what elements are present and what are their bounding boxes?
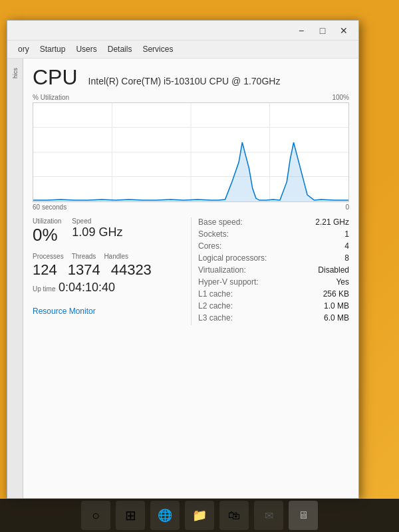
utilization-value: 0% (33, 225, 61, 245)
search-icon: ○ (92, 508, 100, 523)
taskbar-taskview-button[interactable]: ⊞ (116, 501, 145, 530)
chart-y-label: % Utilization (33, 94, 69, 101)
detail-val-1: 1 (344, 229, 349, 239)
taskview-icon: ⊞ (125, 507, 136, 523)
explorer-icon: 📁 (192, 508, 207, 523)
detail-key-3: Logical processors: (198, 253, 267, 263)
detail-val-8: 6.0 MB (324, 313, 349, 323)
cpu-chart (33, 102, 349, 202)
detail-virtualization: Virtualization: Disabled (198, 265, 349, 275)
detail-key-4: Virtualization: (198, 265, 246, 275)
detail-key-5: Hyper-V support: (198, 277, 259, 287)
handles-label: Handles (104, 253, 128, 260)
stats-right: Base speed: 2.21 GHz Sockets: 1 Cores: 4… (191, 217, 349, 325)
minimize-button[interactable]: − (292, 23, 311, 38)
cpu-header: CPU Intel(R) Core(TM) i5-10310U CPU @ 1.… (33, 65, 349, 90)
taskbar-search-button[interactable]: ○ (81, 501, 110, 530)
chart-labels: % Utilization 100% (33, 94, 349, 101)
detail-key-8: L3 cache: (198, 313, 233, 323)
menu-bar: ory Startup Users Details Services (7, 41, 358, 59)
processes-value: 124 (33, 262, 57, 278)
detail-base-speed: Base speed: 2.21 GHz (198, 217, 349, 227)
content-area: hics CPU Intel(R) Core(TM) i5-10310U CPU… (7, 59, 358, 498)
sidebar: hics (7, 59, 23, 498)
uptime-value: 0:04:10:40 (59, 281, 115, 294)
detail-l1-cache: L1 cache: 256 KB (198, 289, 349, 299)
uptime-stat: Up time 0:04:10:40 (33, 281, 184, 295)
detail-val-0: 2.21 GHz (315, 217, 349, 227)
taskbar-app-button[interactable]: 🖥 (289, 501, 318, 530)
speed-label: Speed (72, 217, 122, 225)
cpu-title: CPU (33, 65, 78, 90)
menu-item-details[interactable]: Details (102, 42, 138, 57)
menu-item-users[interactable]: Users (70, 42, 102, 57)
detail-sockets: Sockets: 1 (198, 229, 349, 239)
task-manager-window: − □ ✕ ory Startup Users Details Services… (7, 20, 359, 499)
utilization-stat: Utilization 0% (33, 217, 61, 245)
processes-label: Processes (33, 253, 64, 260)
chart-y-min: 0 (345, 203, 349, 211)
resource-monitor-link[interactable]: Resource Monitor (33, 307, 96, 316)
detail-hyperv: Hyper-V support: Yes (198, 277, 349, 287)
detail-key-2: Cores: (198, 241, 221, 251)
util-speed-row: Utilization 0% Speed 1.09 GHz (33, 217, 184, 245)
detail-val-7: 1.0 MB (324, 301, 349, 311)
detail-key-7: L2 cache: (198, 301, 233, 311)
chart-x-label: 60 seconds (33, 203, 66, 211)
detail-val-5: Yes (336, 277, 349, 287)
detail-cores: Cores: 4 (198, 241, 349, 251)
store-icon: 🛍 (228, 509, 240, 523)
close-button[interactable]: ✕ (334, 23, 353, 38)
uptime-label: Up time (33, 285, 55, 293)
chart-y-max: 100% (332, 94, 349, 101)
stats-left: Utilization 0% Speed 1.09 GHz Processes … (33, 217, 191, 325)
title-bar: − □ ✕ (7, 21, 358, 41)
menu-item-startup[interactable]: Startup (35, 42, 71, 57)
detail-l3-cache: L3 cache: 6.0 MB (198, 313, 349, 323)
threads-value: 1374 (68, 262, 100, 278)
app-icon: 🖥 (298, 509, 309, 521)
detail-val-6: 256 KB (323, 289, 349, 299)
maximize-button[interactable]: □ (313, 23, 332, 38)
edge-icon: 🌐 (158, 508, 172, 523)
taskbar-store-button[interactable]: 🛍 (219, 501, 249, 530)
taskbar-mail-button[interactable]: ✉ (254, 501, 283, 530)
handles-value: 44323 (111, 262, 152, 278)
proc-thread-handle-values: 124 1374 44323 (33, 262, 184, 278)
detail-key-6: L1 cache: (198, 289, 233, 299)
taskbar-edge-button[interactable]: 🌐 (150, 501, 180, 530)
menu-item-ory[interactable]: ory (13, 42, 35, 57)
utilization-label: Utilization (33, 217, 61, 225)
menu-item-services[interactable]: Services (137, 42, 178, 57)
detail-logical-procs: Logical processors: 8 (198, 253, 349, 263)
stats-grid: Utilization 0% Speed 1.09 GHz Processes … (33, 217, 349, 325)
detail-val-2: 4 (344, 241, 349, 251)
cpu-name: Intel(R) Core(TM) i5-10310U CPU @ 1.70GH… (88, 76, 281, 86)
detail-val-3: 8 (344, 253, 349, 263)
proc-thread-handle-labels: Processes Threads Handles (33, 253, 184, 261)
taskbar-explorer-button[interactable]: 📁 (185, 501, 214, 530)
taskbar: ○ ⊞ 🌐 📁 🛍 ✉ 🖥 (0, 499, 399, 532)
detail-key-1: Sockets: (198, 229, 229, 239)
detail-key-0: Base speed: (198, 217, 243, 227)
speed-value: 1.09 GHz (72, 225, 122, 239)
cpu-chart-section: % Utilization 100% (33, 94, 349, 211)
window-controls: − □ ✕ (292, 23, 353, 38)
detail-l2-cache: L2 cache: 1.0 MB (198, 301, 349, 311)
speed-stat: Speed 1.09 GHz (72, 217, 122, 245)
main-panel: CPU Intel(R) Core(TM) i5-10310U CPU @ 1.… (23, 59, 358, 498)
detail-val-4: Disabled (318, 265, 349, 275)
threads-label: Threads (72, 253, 96, 260)
sidebar-label: hics (12, 68, 19, 78)
mail-icon: ✉ (265, 509, 273, 522)
chart-bottom-labels: 60 seconds 0 (33, 203, 349, 211)
